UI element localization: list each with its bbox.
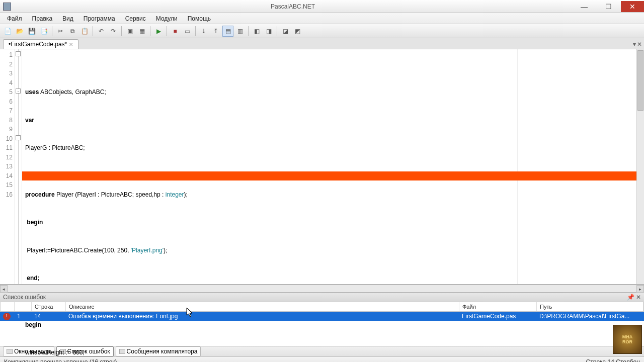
- line-gutter: 1234 5678 9101112 13141516: [0, 49, 15, 284]
- tab-label: •FirstGameCode.pas*: [9, 41, 67, 48]
- col-icon[interactable]: [1, 302, 15, 311]
- menu-modules[interactable]: Модули: [152, 14, 182, 23]
- editor-tabs: •FirstGameCode.pas* ✕ ▾ ✕: [0, 38, 644, 49]
- paste-icon[interactable]: 📋: [79, 26, 90, 37]
- fold-icon[interactable]: -: [16, 135, 21, 140]
- open-file-icon[interactable]: 📂: [14, 26, 25, 37]
- toolbar-icon[interactable]: ◨: [263, 26, 274, 37]
- new-file-icon[interactable]: 📄: [2, 26, 13, 37]
- window-buttons: — ☐ ✕: [572, 1, 644, 12]
- tab-controls: ▾ ✕: [631, 40, 644, 49]
- toolbar-separator: [93, 26, 93, 36]
- maximize-button[interactable]: ☐: [597, 1, 620, 12]
- watermark-logo: MHAROR: [613, 325, 642, 354]
- tab-close-all-icon[interactable]: ✕: [637, 41, 642, 48]
- toolbar-icon[interactable]: ◧: [251, 26, 262, 37]
- error-file: FirstGameCode.pas: [459, 312, 536, 321]
- toolbar-separator: [167, 26, 167, 36]
- menu-bar: Файл Правка Вид Программа Сервис Модули …: [0, 13, 644, 24]
- window-title: PascalABC.NET: [14, 3, 572, 10]
- menu-file[interactable]: Файл: [3, 14, 26, 23]
- file-tab[interactable]: •FirstGameCode.pas* ✕: [3, 39, 78, 49]
- save-icon[interactable]: 💾: [26, 26, 37, 37]
- step-icon[interactable]: ⤒: [210, 26, 221, 37]
- error-path: D:\PROGRAMM\Pascal\FirstGa...: [536, 312, 644, 321]
- toolbar-separator: [52, 26, 52, 36]
- fold-icon[interactable]: -: [16, 51, 21, 56]
- toolbar-icon[interactable]: ▣: [124, 26, 135, 37]
- stop-icon[interactable]: ■: [170, 26, 181, 37]
- menu-program[interactable]: Программа: [79, 14, 119, 23]
- toolbar-icon-active[interactable]: ▤: [222, 26, 233, 37]
- toolbar-icon[interactable]: ▭: [182, 26, 193, 37]
- save-all-icon[interactable]: 📑: [38, 26, 49, 37]
- cut-icon[interactable]: ✂: [55, 26, 66, 37]
- toolbar-separator: [121, 26, 122, 36]
- toolbar-separator: [195, 26, 196, 36]
- title-bar: PascalABC.NET — ☐ ✕: [0, 0, 644, 13]
- minimize-button[interactable]: —: [573, 1, 596, 12]
- code-area[interactable]: uses ABCobjects, GraphABC; var PlayerG :…: [22, 49, 644, 284]
- output-icon: [7, 349, 13, 354]
- toolbar-icon[interactable]: ◩: [292, 26, 303, 37]
- menu-service[interactable]: Сервис: [121, 14, 150, 23]
- error-desc: Ошибка времени выполнения: Font.jpg: [65, 312, 459, 321]
- menu-view[interactable]: Вид: [58, 14, 77, 23]
- error-highlight: [22, 171, 644, 181]
- step-icon[interactable]: ⤓: [198, 26, 209, 37]
- error-index: 1: [14, 312, 31, 321]
- error-line: 14: [31, 312, 65, 321]
- error-row[interactable]: ! 1 14 Ошибка времени выполнения: Font.j…: [0, 312, 644, 321]
- undo-icon[interactable]: ↶: [96, 26, 107, 37]
- code-editor[interactable]: 1234 5678 9101112 13141516 - - - uses AB…: [0, 49, 644, 285]
- menu-edit[interactable]: Правка: [28, 14, 57, 23]
- redo-icon[interactable]: ↷: [108, 26, 119, 37]
- toolbar-icon[interactable]: ▥: [234, 26, 246, 37]
- menu-help[interactable]: Помощь: [184, 14, 215, 23]
- toolbar: 📄 📂 💾 📑 ✂ ⧉ 📋 ↶ ↷ ▣ ▦ ▶ ■ ▭ ⤓ ⤒ ▤ ▥ ◧ ◨ …: [0, 24, 644, 38]
- toolbar-separator: [150, 26, 150, 36]
- app-icon: [3, 3, 11, 11]
- tab-dropdown-icon[interactable]: ▾: [633, 41, 636, 48]
- copy-icon[interactable]: ⧉: [67, 26, 78, 37]
- toolbar-separator: [277, 26, 277, 36]
- toolbar-icon[interactable]: ◪: [280, 26, 291, 37]
- toolbar-separator: [248, 26, 249, 36]
- close-button[interactable]: ✕: [621, 1, 644, 12]
- run-icon[interactable]: ▶: [153, 26, 164, 37]
- toolbar-icon[interactable]: ▦: [136, 26, 147, 37]
- scroll-left-icon[interactable]: ◂: [0, 285, 8, 293]
- fold-icon[interactable]: -: [16, 88, 21, 94]
- error-icon: !: [3, 313, 11, 320]
- tab-close-icon[interactable]: ✕: [69, 42, 73, 47]
- fold-column: - - -: [15, 49, 22, 284]
